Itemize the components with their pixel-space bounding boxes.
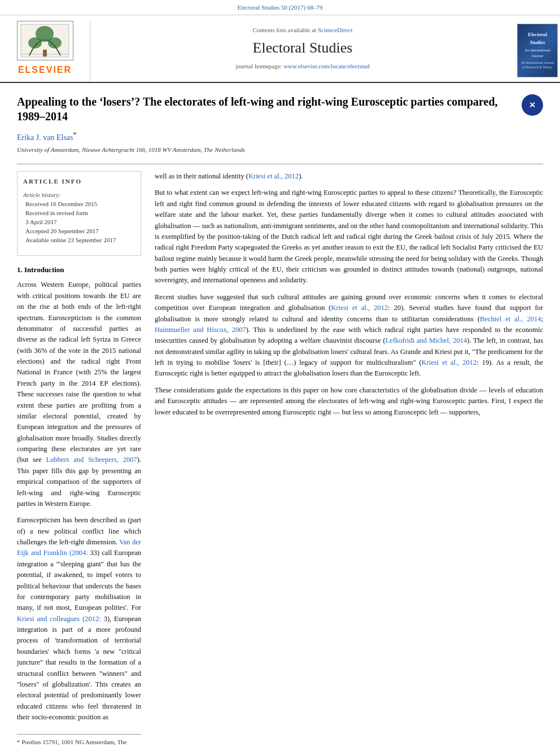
- elsevier-brand-text: ELSEVIER: [18, 63, 72, 76]
- history-label: Article history:: [23, 191, 135, 200]
- footnote-section: * Postbus 15791, 1001 NG Amsterdam, The …: [17, 734, 141, 747]
- bechtel-ref[interactable]: Bechtel et al., 2014: [480, 315, 541, 323]
- right-paragraph-2: Recent studies have suggested that such …: [155, 292, 543, 379]
- footnote-postal: * Postbus 15791, 1001 NG Amsterdam, The …: [17, 738, 141, 747]
- revised-date: 3 April 2017: [25, 218, 135, 227]
- lubbers-ref[interactable]: Lubbers and Scheepers, 2007: [46, 456, 137, 464]
- online-date: Available online 23 September 2017: [25, 236, 135, 245]
- author-name[interactable]: Erika J. van Elsas: [17, 133, 73, 142]
- divider-after-affiliation: [17, 164, 543, 164]
- intro-paragraph-2: Euroscepticism has been described as (pa…: [17, 515, 141, 723]
- contents-prefix: Contents lists available at: [252, 27, 316, 33]
- right-column: well as in their national identity (Krie…: [155, 171, 543, 747]
- article-title-text: Appealing to the ‘losers’? The electorat…: [17, 94, 513, 124]
- intro-paragraph-1: Across Western Europe, political parties…: [17, 279, 141, 509]
- accepted-date: Accepted 20 September 2017: [25, 227, 135, 236]
- left-column: ARTICLE INFO Article history: Received 1…: [17, 171, 141, 747]
- section1-number: 1.: [17, 265, 23, 274]
- kriesi-ref[interactable]: Kriesi and colleagues (2012:: [17, 615, 101, 623]
- cover-subtitle: An International Journal: [520, 47, 555, 59]
- journal-title: Electoral Studies: [253, 37, 353, 59]
- article-info-title: ARTICLE INFO: [23, 177, 135, 186]
- elsevier-tree-logo: [17, 21, 73, 60]
- svg-point-3: [28, 37, 42, 49]
- hainmueller-ref[interactable]: Hainmueller and Hiscox, 2007: [155, 326, 246, 334]
- crossmark-icon: ✕: [529, 100, 536, 110]
- journal-header: ELSEVIER Contents lists available at Sci…: [0, 15, 560, 83]
- section1-title: Introduction: [24, 265, 64, 274]
- journal-center: Contents lists available at ScienceDirec…: [90, 21, 515, 82]
- vandereijk-ref[interactable]: Van der Eijk and Franklin (2004:: [17, 538, 141, 557]
- contents-line: Contents lists available at ScienceDirec…: [252, 26, 352, 35]
- svg-point-4: [48, 37, 62, 49]
- received-date: Received 16 December 2015: [25, 200, 135, 209]
- authors-line: Erika J. van Elsas*: [17, 130, 543, 143]
- article-history-section: Article history: Received 16 December 20…: [23, 191, 135, 245]
- journal-homepage: journal homepage: www.elsevier.com/locat…: [235, 62, 370, 71]
- homepage-url[interactable]: www.elsevier.com/locate/electstud: [283, 63, 370, 69]
- right-intro-line: well as in their national identity (Krie…: [155, 171, 543, 182]
- kriesi2012-ref[interactable]: Kriesi et al., 2012: [248, 172, 299, 180]
- sciencedirect-link[interactable]: ScienceDirect: [318, 27, 353, 33]
- two-column-layout: ARTICLE INFO Article history: Received 1…: [17, 171, 543, 747]
- right-paragraph-1: But to what extent can we expect left-wi…: [155, 187, 543, 286]
- section1-heading: 1. Introduction: [17, 265, 141, 276]
- homepage-prefix: journal homepage:: [235, 63, 282, 69]
- cover-title: Electoral Studies: [520, 31, 555, 46]
- main-content: Appealing to the ‘losers’? The electorat…: [0, 83, 560, 747]
- article-title-row: Appealing to the ‘losers’? The electorat…: [17, 94, 543, 124]
- svg-rect-1: [43, 50, 47, 56]
- right-paragraph-3: These considerations guide the expectati…: [155, 385, 543, 418]
- footnote-postal-text: Postbus 15791, 1001 NG Amsterdam, The Ne…: [17, 739, 127, 747]
- kriesi-et-al-ref[interactable]: Kriesi et al., 2012: [331, 304, 388, 312]
- journal-reference-bar: Electoral Studies 50 (2017) 68–79: [0, 0, 560, 15]
- affiliation-line: University of Amsterdam, Nieuwe Achtergr…: [17, 146, 543, 155]
- elsevier-logo-area: ELSEVIER: [0, 21, 90, 82]
- author-sup: *: [73, 131, 77, 138]
- journal-reference-text: Electoral Studies 50 (2017) 68–79: [238, 4, 323, 11]
- lefkofridi-ref[interactable]: Lefkofridi and Michel, 2014: [386, 337, 467, 344]
- crossmark-badge: ✕: [522, 94, 543, 116]
- kriesi-2012-ref2[interactable]: Kriesi et al., 2012: [422, 359, 477, 366]
- journal-cover-thumb: Electoral Studies An International Journ…: [515, 21, 560, 82]
- tree-svg: [18, 21, 72, 60]
- revised-label: Received in revised form: [25, 209, 135, 218]
- cover-details: An International Journal of Research & T…: [520, 61, 555, 70]
- article-info-box: ARTICLE INFO Article history: Received 1…: [17, 171, 141, 256]
- cover-image: Electoral Studies An International Journ…: [517, 24, 558, 77]
- footnote-asterisk: *: [17, 739, 20, 745]
